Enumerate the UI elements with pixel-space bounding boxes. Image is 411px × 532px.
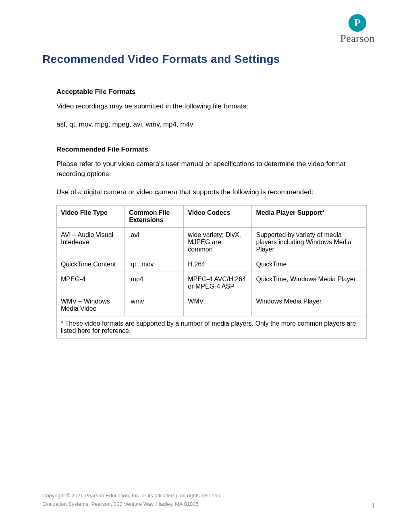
- logo-container: P Pearson: [42, 14, 375, 45]
- recommended-p2: Use of a digital camera or video camera …: [56, 187, 367, 197]
- logo-icon: P: [349, 14, 366, 32]
- acceptable-list: asf, qt, mov, mpg, mpeg, avi, wmv, mp4, …: [56, 120, 367, 130]
- cell-file-type: AVI – Audio Visual Interleave: [57, 228, 125, 257]
- recommended-p1: Please refer to your video camera's user…: [56, 159, 367, 179]
- cell-ext: .wmv: [125, 294, 184, 316]
- table-note: * These video formats are supported by a…: [57, 316, 367, 339]
- logo-text: Pearson: [340, 33, 375, 45]
- page-number: 1: [372, 502, 375, 509]
- cell-player: QuickTime, Windows Media Player: [252, 272, 367, 294]
- cell-codecs: H.264: [184, 257, 252, 272]
- document-page: P Pearson Recommended Video Formats and …: [0, 0, 411, 532]
- cell-ext: .mp4: [125, 272, 184, 294]
- th-player-support: Media Player Support*: [252, 206, 367, 228]
- table-row: WMV – Windows Media Video .wmv WMV Windo…: [57, 294, 367, 316]
- logo-glyph: P: [354, 17, 361, 29]
- section-heading-acceptable: Acceptable File Formats: [56, 88, 367, 96]
- cell-player: Supported by variety of media players in…: [252, 228, 367, 257]
- cell-ext: .qt, .mov: [125, 257, 184, 272]
- page-footer: Copyright © 2021 Pearson Education, Inc.…: [42, 492, 375, 509]
- section-heading-recommended: Recommended File Formats: [56, 145, 367, 154]
- spacer: [56, 137, 367, 145]
- main-content: Acceptable File Formats Video recordings…: [42, 88, 375, 339]
- page-title: Recommended Video Formats and Settings: [42, 53, 375, 66]
- cell-codecs: wide variety; DivX, MJPEG are common: [184, 228, 252, 257]
- table-note-row: * These video formats are supported by a…: [57, 316, 367, 339]
- th-codecs: Video Codecs: [184, 206, 252, 228]
- table-row: AVI – Audio Visual Interleave .avi wide …: [57, 228, 367, 257]
- cell-ext: .avi: [125, 228, 184, 257]
- cell-player: QuickTime: [252, 257, 367, 272]
- th-file-type: Video File Type: [57, 206, 125, 228]
- footer-address: Evaluation Systems, Pearson, 300 Venture…: [42, 500, 375, 509]
- formats-table: Video File Type Common File Extensions V…: [56, 205, 367, 339]
- cell-codecs: MPEG-4 AVC/H.264 or MPEG-4 ASP: [184, 272, 252, 294]
- table-row: MPEG-4 .mp4 MPEG-4 AVC/H.264 or MPEG-4 A…: [57, 272, 367, 294]
- cell-player: Windows Media Player: [252, 294, 367, 316]
- table-header-row: Video File Type Common File Extensions V…: [57, 206, 367, 228]
- cell-file-type: QuickTime Content: [57, 257, 125, 272]
- table-row: QuickTime Content .qt, .mov H.264 QuickT…: [57, 257, 367, 272]
- cell-codecs: WMV: [184, 294, 252, 316]
- cell-file-type: WMV – Windows Media Video: [57, 294, 125, 316]
- pearson-logo: P Pearson: [340, 14, 375, 45]
- th-extensions: Common File Extensions: [125, 206, 184, 228]
- cell-file-type: MPEG-4: [57, 272, 125, 294]
- acceptable-intro: Video recordings may be submitted in the…: [56, 102, 367, 112]
- footer-copyright: Copyright © 2021 Pearson Education, Inc.…: [42, 492, 375, 500]
